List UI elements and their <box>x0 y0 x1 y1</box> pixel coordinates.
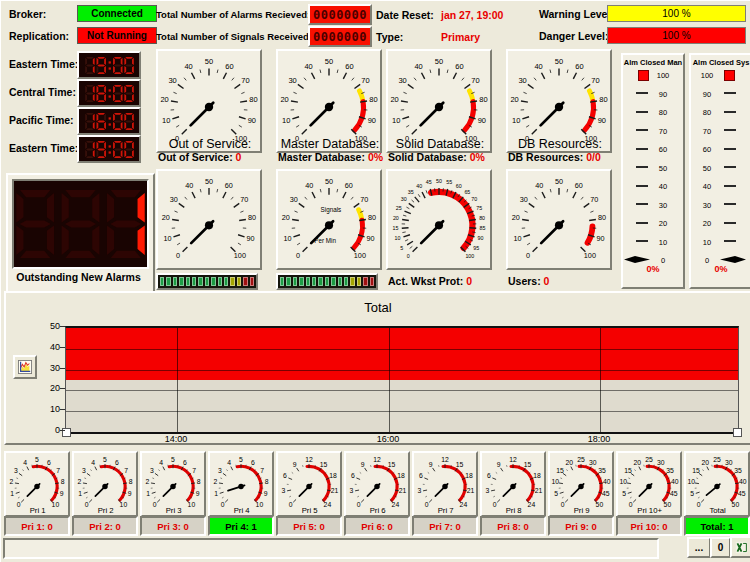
outstanding-alarms-display <box>12 179 149 269</box>
vscale-tick-label: 50 <box>695 164 719 173</box>
y-axis-tick <box>60 368 65 369</box>
svg-text:Total: Total <box>709 506 726 515</box>
gauge-alarm-rate: 0102030405060708090100 <box>156 169 262 270</box>
svg-text:60: 60 <box>575 181 583 190</box>
y-axis-label: 0 <box>30 425 60 435</box>
svg-text:0: 0 <box>289 501 293 508</box>
svg-text:30: 30 <box>657 459 665 466</box>
svg-text:7: 7 <box>124 467 128 474</box>
led-segment <box>160 277 164 286</box>
led-segment <box>186 277 190 286</box>
status-pri-1[interactable]: Pri 1: 0 <box>4 516 70 536</box>
svg-text:10: 10 <box>163 234 171 243</box>
svg-text:3: 3 <box>486 487 490 494</box>
vscale-max-marker <box>638 70 649 81</box>
led-segment <box>218 277 222 286</box>
svg-text:1: 1 <box>10 490 14 497</box>
trend-plot-area <box>65 326 739 434</box>
status-pri-7[interactable]: Pri 7: 0 <box>412 516 478 536</box>
vscale-tick-label: 90 <box>695 90 719 99</box>
excel-export-button[interactable] <box>730 536 750 558</box>
svg-text:30: 30 <box>520 195 528 204</box>
danger-level-bar: 100 % <box>607 27 746 44</box>
svg-text:0: 0 <box>221 501 225 508</box>
vscale-tick-label: 20 <box>651 219 675 228</box>
scroll-handle-right[interactable] <box>733 428 742 437</box>
svg-text:70: 70 <box>361 76 369 85</box>
vscale-tick-label: 60 <box>695 145 719 154</box>
status-pri-9[interactable]: Pri 9: 0 <box>548 516 614 536</box>
svg-text:60: 60 <box>225 181 233 190</box>
status-pri-4[interactable]: Pri 4: 1 <box>208 516 274 536</box>
eastern-time-display-1 <box>77 51 141 79</box>
svg-text:1: 1 <box>214 490 218 497</box>
svg-text:90: 90 <box>478 116 486 125</box>
signals-received-counter: 0000000 <box>308 26 372 47</box>
vscale-tick-label: 90 <box>651 90 675 99</box>
led-segment <box>306 277 310 286</box>
status-total[interactable]: Total: 1 <box>684 516 750 536</box>
svg-text:9: 9 <box>264 490 268 497</box>
svg-text:12: 12 <box>305 456 313 463</box>
gauge-solid-database: 0102030405060708090100Solid Database: <box>386 49 492 153</box>
svg-text:8: 8 <box>265 478 269 485</box>
svg-text:50: 50 <box>325 177 333 186</box>
svg-text:5: 5 <box>103 456 107 463</box>
scada-dashboard: Broker: Connected Replication: Not Runni… <box>0 0 750 562</box>
count-button[interactable]: 0 <box>710 537 731 558</box>
led-segment <box>250 277 254 286</box>
svg-text:10: 10 <box>283 234 291 243</box>
svg-text:6: 6 <box>183 459 187 466</box>
y-axis-label: 20 <box>30 383 60 393</box>
svg-text:40: 40 <box>184 62 192 71</box>
svg-text:20: 20 <box>280 95 288 104</box>
vscale-tick <box>636 185 648 187</box>
status-pri-2[interactable]: Pri 2: 0 <box>72 516 138 536</box>
led-segment <box>370 277 374 286</box>
svg-text:75: 75 <box>476 205 482 211</box>
excel-export-icon <box>735 541 748 554</box>
svg-text:40: 40 <box>304 62 312 71</box>
status-pri-6[interactable]: Pri 6: 0 <box>344 516 410 536</box>
svg-text:3: 3 <box>350 487 354 494</box>
svg-text:6: 6 <box>283 472 287 479</box>
led-segment <box>325 277 329 286</box>
svg-text:Pri 3: Pri 3 <box>166 506 182 515</box>
svg-text:2: 2 <box>145 478 149 485</box>
svg-text:35: 35 <box>408 189 414 195</box>
status-pri-8[interactable]: Pri 8: 0 <box>480 516 546 536</box>
more-options-button[interactable]: ... <box>687 537 711 558</box>
svg-text:70: 70 <box>591 76 599 85</box>
y-axis-tick <box>60 430 65 431</box>
x-axis-label: 16:00 <box>377 434 400 444</box>
gauge-pri-6: 03691215182124Pri 6 <box>344 451 410 517</box>
vscale-tick-label: 30 <box>651 201 675 210</box>
svg-text:2: 2 <box>213 478 217 485</box>
svg-text:40: 40 <box>414 62 422 71</box>
status-pri-5[interactable]: Pri 5: 0 <box>276 516 342 536</box>
svg-text:9: 9 <box>60 490 64 497</box>
total-trend-chart: Total 0102030405014:0016:0018:00 <box>4 291 750 445</box>
svg-text:0: 0 <box>176 251 180 260</box>
y-axis-tick <box>60 409 65 410</box>
led-segment <box>350 277 354 286</box>
svg-text:90: 90 <box>366 234 374 243</box>
x-axis-label: 14:00 <box>165 434 188 444</box>
svg-text:45: 45 <box>738 490 746 497</box>
led-segment <box>192 277 196 286</box>
svg-text:3: 3 <box>282 487 286 494</box>
svg-text:20: 20 <box>162 213 170 222</box>
vscale-pointer <box>720 255 746 264</box>
clock-label-central: Central Time: <box>9 86 76 98</box>
vscale-tick <box>724 111 736 113</box>
svg-text:15: 15 <box>320 461 328 468</box>
led-segment <box>198 277 202 286</box>
svg-text:Pri 4: Pri 4 <box>234 506 251 515</box>
svg-text:18: 18 <box>533 472 541 479</box>
vscale-title: Alm Closed Man <box>623 58 683 67</box>
svg-text:70: 70 <box>240 195 248 204</box>
status-pri-10[interactable]: Pri 10: 0 <box>616 516 682 536</box>
led-segment <box>344 277 348 286</box>
status-pri-3[interactable]: Pri 3: 0 <box>140 516 206 536</box>
svg-text:9: 9 <box>361 461 365 468</box>
